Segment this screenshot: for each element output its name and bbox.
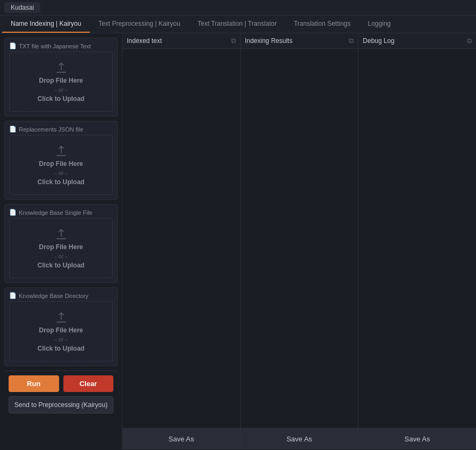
tab-logging[interactable]: Logging — [359, 16, 400, 33]
file-icon-kb-single: 📄 — [9, 209, 17, 216]
debug-log-textarea[interactable] — [358, 49, 476, 428]
upload-zone-kb-dir: 📄 Knowledge Base Directory Drop File Her… — [4, 287, 118, 366]
right-panels: Indexed text ⧉ Indexing Results ⧉ Debug … — [122, 33, 476, 449]
upload-zone-txt: 📄 TXT file with Japanese Text Drop File … — [4, 38, 118, 117]
upload-label-txt: 📄 TXT file with Japanese Text — [9, 42, 113, 49]
clear-button[interactable]: Clear — [63, 375, 114, 392]
app-title: Kudasai — [4, 2, 40, 13]
left-panel: 📄 TXT file with Japanese Text Drop File … — [0, 33, 122, 449]
upload-zone-json-label: Replacements JSON file — [19, 126, 83, 133]
copy-icon-indexed-text[interactable]: ⧉ — [231, 37, 236, 45]
panel-indexing-results: Indexing Results ⧉ — [241, 33, 359, 428]
copy-icon-debug-log[interactable]: ⧉ — [467, 37, 472, 45]
save-as-debug-log-button[interactable]: Save As — [358, 429, 476, 449]
click-text-txt: Click to Upload — [38, 95, 84, 103]
tab-translation-settings[interactable]: Translation Settings — [285, 16, 359, 33]
drop-text-txt: Drop File Here — [39, 77, 83, 84]
tab-text-preprocessing[interactable]: Text Preprocessing | Kairyou — [90, 16, 189, 33]
upload-label-kb-dir: 📄 Knowledge Base Directory — [9, 292, 113, 299]
panel-debug-log: Debug Log ⧉ — [358, 33, 476, 428]
main-content: 📄 TXT file with Japanese Text Drop File … — [0, 33, 476, 449]
upload-icon-json — [54, 144, 68, 158]
upload-zone-kb-dir-label: Knowledge Base Directory — [19, 293, 89, 299]
upload-area-kb-dir[interactable]: Drop File Here - or - Click to Upload — [9, 301, 113, 361]
panel-header-indexing-results: Indexing Results ⧉ — [241, 33, 358, 49]
save-row: Save As Save As Save As — [122, 428, 476, 449]
file-icon-json: 📄 — [9, 126, 17, 133]
bottom-buttons: Run Clear Send to Preprocessing (Kairyou… — [4, 371, 118, 418]
upload-icon-kb-single — [54, 227, 68, 241]
upload-zone-txt-label: TXT file with Japanese Text — [19, 43, 91, 49]
panels-row: Indexed text ⧉ Indexing Results ⧉ Debug … — [122, 33, 476, 428]
upload-label-json: 📄 Replacements JSON file — [9, 126, 113, 133]
or-text-kb-dir: - or - — [55, 336, 67, 343]
panel-indexed-text: Indexed text ⧉ — [122, 33, 241, 428]
upload-area-txt[interactable]: Drop File Here - or - Click to Upload — [9, 52, 113, 112]
panel-header-indexed-text: Indexed text ⧉ — [122, 33, 240, 49]
drop-text-kb-dir: Drop File Here — [39, 326, 83, 334]
panel-title-indexing-results: Indexing Results — [245, 37, 293, 45]
drop-text-kb-single: Drop File Here — [39, 243, 83, 251]
indexing-results-textarea[interactable] — [241, 49, 358, 428]
upload-area-json[interactable]: Drop File Here - or - Click to Upload — [9, 135, 113, 195]
or-text-txt: - or - — [55, 86, 67, 93]
upload-area-kb-single[interactable]: Drop File Here - or - Click to Upload — [9, 218, 113, 278]
save-as-indexing-results-button[interactable]: Save As — [241, 429, 359, 449]
title-bar: Kudasai — [0, 0, 476, 16]
or-text-kb-single: - or - — [55, 253, 67, 259]
indexed-text-textarea[interactable] — [122, 49, 240, 428]
tab-name-indexing[interactable]: Name Indexing | Kairyou — [2, 16, 90, 33]
upload-label-kb-single: 📄 Knowledge Base Single File — [9, 209, 113, 216]
panel-title-indexed-text: Indexed text — [127, 37, 162, 45]
upload-zone-kb-single-label: Knowledge Base Single File — [19, 209, 92, 216]
upload-zone-json: 📄 Replacements JSON file Drop File Here … — [4, 121, 118, 200]
action-buttons: Run Clear — [9, 375, 113, 392]
click-text-json: Click to Upload — [38, 178, 84, 186]
send-to-preprocessing-button[interactable]: Send to Preprocessing (Kairyou) — [9, 396, 113, 413]
panel-header-debug-log: Debug Log ⧉ — [358, 33, 476, 49]
upload-zone-kb-single: 📄 Knowledge Base Single File Drop File H… — [4, 204, 118, 283]
upload-icon-kb-dir — [54, 310, 68, 324]
run-button[interactable]: Run — [9, 375, 59, 392]
nav-tabs: Name Indexing | Kairyou Text Preprocessi… — [0, 16, 476, 33]
or-text-json: - or - — [55, 170, 67, 176]
drop-text-json: Drop File Here — [39, 160, 83, 168]
file-icon-txt: 📄 — [9, 42, 17, 49]
click-text-kb-single: Click to Upload — [38, 262, 84, 269]
panel-title-debug-log: Debug Log — [363, 37, 394, 45]
copy-icon-indexing-results[interactable]: ⧉ — [349, 37, 354, 45]
save-as-indexed-text-button[interactable]: Save As — [122, 429, 241, 449]
tab-text-translation[interactable]: Text Translation | Translator — [189, 16, 285, 33]
file-icon-kb-dir: 📄 — [9, 292, 17, 299]
upload-icon-txt — [54, 61, 68, 75]
click-text-kb-dir: Click to Upload — [38, 345, 84, 352]
